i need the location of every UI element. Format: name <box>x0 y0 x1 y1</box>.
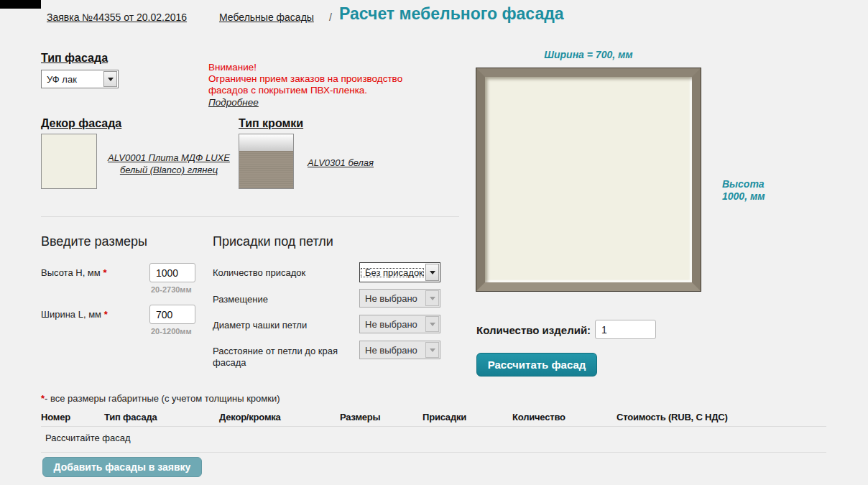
col-hinges: Присадки <box>423 412 466 422</box>
edge-swatch-wood-band <box>239 152 293 189</box>
height-input[interactable] <box>149 263 195 282</box>
facade-calculator-page: Заявка №44355 от 20.02.2016 Мебельные фа… <box>0 0 868 485</box>
decor-link[interactable]: ALV0001 Плита МДФ LUXE белый (Blanco) гл… <box>108 152 230 176</box>
hinge-edge-distance-label: Расстояние от петли до края фасада <box>213 346 338 369</box>
page-title: Расчет мебельного фасада <box>339 4 564 24</box>
facade-type-heading: Тип фасада <box>41 52 108 65</box>
warning-line: Внимание! <box>208 62 402 73</box>
preview-width-label: Ширина = 700, мм <box>476 49 701 61</box>
calculate-facade-button[interactable]: Рассчитать фасад <box>476 353 597 377</box>
decor-link-line1: ALV0001 Плита МДФ LUXE <box>108 152 230 163</box>
col-quantity: Количество <box>512 412 565 422</box>
warning-block: Внимание! Ограничен прием заказов на про… <box>208 62 402 108</box>
table-bottom-divider <box>41 452 826 453</box>
sizes-footnote: *- все размеры габаритные (с учетом толщ… <box>41 393 280 404</box>
col-number: Номер <box>41 412 70 422</box>
decor-link-line2: белый (Blanco) глянец <box>120 165 218 175</box>
placement-select: Не выбрано <box>359 289 440 308</box>
edge-swatch-top-band <box>239 134 293 152</box>
height-range-hint: 20-2730мм <box>151 285 192 294</box>
section-divider <box>41 216 459 217</box>
preview-height-label: Высота 1000, мм <box>722 178 765 203</box>
edge-swatch-image[interactable] <box>239 134 294 189</box>
facade-type-selected-value: УФ лак <box>42 74 103 85</box>
edge-link[interactable]: ALV0301 белая <box>308 157 374 169</box>
hinge-count-label: Количество присадок <box>213 267 305 278</box>
width-range-hint: 20-1200мм <box>151 327 192 336</box>
col-type: Тип фасада <box>104 412 157 422</box>
width-label: Ширина L, мм * <box>41 309 108 320</box>
chevron-down-icon[interactable] <box>425 264 439 281</box>
chevron-down-icon <box>425 316 439 332</box>
hinge-count-select[interactable]: Без присадок <box>359 262 440 282</box>
warning-line: фасадов с покрытием ПВХ-пленка. <box>208 85 402 96</box>
warning-more-link[interactable]: Подробнее <box>208 97 259 108</box>
placement-label: Размещение <box>213 294 268 305</box>
breadcrumb-section-link[interactable]: Мебельные фасады <box>219 11 314 23</box>
facade-panel <box>485 77 692 282</box>
quantity-label: Количество изделий: <box>476 324 591 336</box>
chevron-down-icon <box>425 342 439 358</box>
add-facades-button[interactable]: Добавить фасады в заявку <box>42 457 202 477</box>
breadcrumb-request-link[interactable]: Заявка №44355 от 20.02.2016 <box>47 11 187 23</box>
sizes-heading: Введите размеры <box>41 234 147 249</box>
col-sizes: Размеры <box>340 412 381 422</box>
chevron-down-icon[interactable] <box>103 71 117 87</box>
required-mark: * <box>103 267 106 278</box>
screenshot-artifact-block <box>0 0 41 9</box>
facade-preview <box>476 68 701 291</box>
hinges-heading: Присадки под петли <box>213 234 333 249</box>
height-label: Высота H, мм * <box>41 267 106 278</box>
col-cost: Стоимость (RUB, С НДС) <box>617 412 728 422</box>
hinge-edge-distance-select: Не выбрано <box>359 341 440 359</box>
table-empty-row: Рассчитайте фасад <box>45 433 131 443</box>
edge-type-heading: Тип кромки <box>239 117 303 130</box>
table-header-divider <box>41 426 826 427</box>
chevron-down-icon <box>425 290 439 306</box>
quantity-input[interactable] <box>595 320 656 339</box>
col-decor: Декор/кромка <box>219 412 281 422</box>
breadcrumb-separator: / <box>329 11 332 23</box>
decor-heading: Декор фасада <box>41 117 121 130</box>
width-input[interactable] <box>149 305 195 324</box>
required-mark: * <box>104 309 108 320</box>
facade-type-select[interactable]: УФ лак <box>41 70 119 88</box>
decor-swatch-image[interactable] <box>41 134 97 189</box>
cup-diameter-label: Диаметр чашки петли <box>213 320 307 331</box>
cup-diameter-select: Не выбрано <box>359 315 440 333</box>
warning-line: Ограничен прием заказов на производство <box>208 73 402 85</box>
